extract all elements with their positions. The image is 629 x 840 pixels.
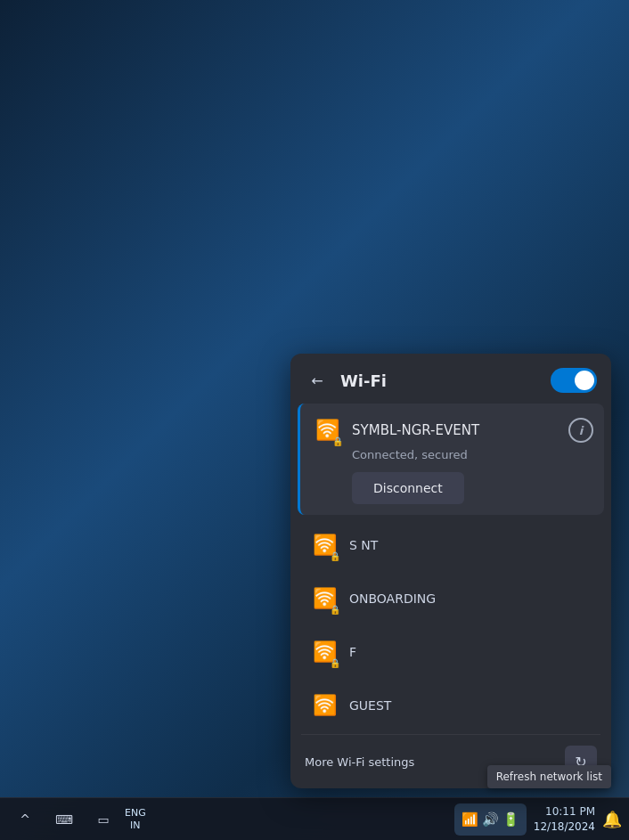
- keyboard-button[interactable]: ⌨: [46, 802, 82, 837]
- taskbar-left: ^ ⌨ ▭ ENG IN: [7, 802, 146, 837]
- wifi-toggle[interactable]: [551, 368, 597, 393]
- connected-network-item[interactable]: 🛜 🔒 SYMBL-NGR-EVENT i Connected, secured…: [298, 404, 604, 515]
- panel-header: ← Wi-Fi: [290, 354, 611, 404]
- connected-network-name: SYMBL-NGR-EVENT: [352, 422, 560, 438]
- volume-tray-icon[interactable]: 🔊: [482, 811, 499, 828]
- wifi-icon-container: 🛜: [308, 689, 340, 722]
- taskbar: ^ ⌨ ▭ ENG IN 📶 🔊 🔋 10:11 PM 12/18/2024 🔔: [0, 797, 629, 840]
- clock-date: 12/18/2024: [534, 820, 595, 835]
- back-button[interactable]: ←: [305, 368, 330, 393]
- network-item[interactable]: 🛜 🔒 F: [294, 625, 608, 679]
- clock-time: 10:11 PM: [545, 804, 595, 820]
- system-tray-icons[interactable]: 📶 🔊 🔋: [454, 803, 527, 836]
- disconnect-button[interactable]: Disconnect: [352, 472, 464, 504]
- wifi-icon-container: 🛜 🔒: [308, 529, 340, 561]
- info-icon: i: [579, 424, 583, 437]
- network-name: GUEST: [349, 698, 391, 713]
- clock-display[interactable]: 10:11 PM 12/18/2024: [534, 804, 595, 835]
- lock-icon: 🔒: [332, 436, 343, 446]
- network-name: S NT: [349, 538, 378, 552]
- wifi-icon-container: 🛜 🔒: [308, 583, 340, 615]
- lang-line2: IN: [130, 820, 140, 831]
- touchpad-button[interactable]: ▭: [86, 802, 121, 837]
- more-wifi-settings-link[interactable]: More Wi-Fi settings: [305, 755, 414, 769]
- wifi-tray-icon[interactable]: 📶: [462, 811, 478, 828]
- toggle-knob: [575, 371, 594, 390]
- keyboard-icon: ⌨: [55, 812, 73, 827]
- panel-title: Wi-Fi: [340, 371, 387, 390]
- lock-icon: 🔒: [330, 658, 340, 668]
- footer-divider: [301, 734, 600, 735]
- back-icon: ←: [311, 372, 323, 389]
- network-item[interactable]: 🛜 🔒 ONBOARDING: [294, 572, 608, 625]
- refresh-tooltip: Refresh network list: [487, 765, 611, 788]
- network-info-button[interactable]: i: [568, 418, 593, 443]
- wifi-icon-container: 🛜 🔒: [308, 636, 340, 668]
- show-hidden-icons-button[interactable]: ^: [7, 802, 43, 837]
- refresh-tooltip-text: Refresh network list: [496, 771, 602, 783]
- lang-line1: ENG: [125, 807, 146, 819]
- network-name: ONBOARDING: [349, 591, 436, 606]
- connected-status-text: Connected, secured: [352, 448, 593, 461]
- network-name: F: [349, 645, 356, 659]
- battery-tray-icon[interactable]: 🔋: [502, 811, 519, 828]
- lock-icon: 🔒: [330, 605, 340, 615]
- taskbar-right: 📶 🔊 🔋 10:11 PM 12/18/2024 🔔: [454, 803, 622, 836]
- network-list: 🛜 🔒 S NT 🛜 🔒 ONBOARDING 🛜 🔒 F: [290, 518, 611, 732]
- connected-network-row: 🛜 🔒 SYMBL-NGR-EVENT i: [311, 414, 593, 446]
- network-item[interactable]: 🛜 🔒 S NT: [294, 518, 608, 572]
- chevron-up-icon: ^: [20, 812, 30, 827]
- wifi-signal-icon: 🛜: [313, 696, 337, 715]
- connected-wifi-icon-container: 🛜 🔒: [311, 414, 343, 446]
- touchpad-icon: ▭: [97, 812, 109, 827]
- language-selector[interactable]: ENG IN: [125, 807, 146, 830]
- lock-icon: 🔒: [330, 551, 340, 561]
- notification-button[interactable]: 🔔: [602, 810, 622, 828]
- panel-header-left: ← Wi-Fi: [305, 368, 387, 393]
- network-item[interactable]: 🛜 GUEST: [294, 679, 608, 732]
- wifi-panel: ← Wi-Fi 🛜 🔒 SYMBL-NGR-EVENT i Connected,…: [290, 354, 611, 788]
